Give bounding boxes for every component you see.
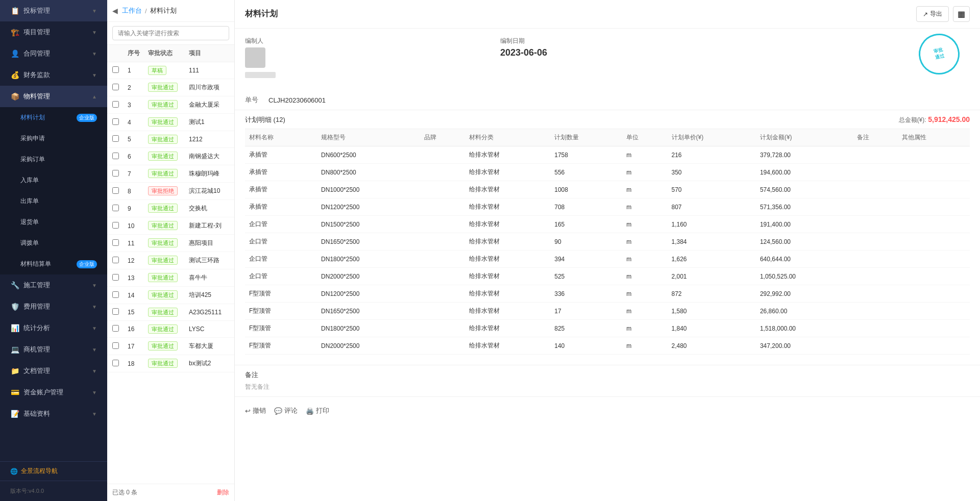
list-item[interactable]: 11 审批通过 惠阳项目 — [107, 235, 234, 252]
list-item[interactable]: 8 审批拒绝 滨江花城10 — [107, 183, 234, 200]
chevron-icon: ▼ — [92, 8, 97, 14]
list-item[interactable]: 16 审批通过 LYSC — [107, 321, 234, 338]
list-item[interactable]: 12 审批通过 测试三环路 — [107, 252, 234, 269]
list-item[interactable]: 3 审批通过 金融大厦采 — [107, 96, 234, 114]
print-button[interactable]: 🖨️ 打印 — [306, 404, 329, 417]
row-checkbox[interactable] — [112, 66, 119, 73]
sidebar-item-transfer[interactable]: 调拨单 — [0, 233, 107, 254]
row-status: 草稿 — [148, 67, 189, 74]
detail-cell — [853, 337, 898, 355]
qr-button[interactable]: ▦ — [953, 6, 970, 22]
sidebar-item-finance[interactable]: 💰 财务监款 ▼ — [0, 64, 107, 86]
detail-cell — [420, 164, 465, 181]
detail-cell — [420, 198, 465, 216]
project-icon: 🏗️ — [10, 28, 19, 36]
list-item[interactable]: 6 审批通过 南钢盛达大 — [107, 148, 234, 165]
detail-cell: 336 — [550, 285, 622, 303]
detail-row: 承插管DN600*2500给排水管材1758m216379,728.00 — [245, 146, 970, 164]
row-checkbox[interactable] — [112, 222, 119, 229]
row-checkbox[interactable] — [112, 205, 119, 211]
list-item[interactable]: 10 审批通过 新建工程-刘 — [107, 217, 234, 235]
sidebar-item-stats[interactable]: 📊 统计分析 ▼ — [0, 317, 107, 339]
sidebar-item-inbound[interactable]: 入库单 — [0, 170, 107, 191]
sidebar-item-material[interactable]: 📦 物料管理 ▲ — [0, 86, 107, 107]
row-checkbox[interactable] — [112, 101, 119, 108]
detail-cell: 525 — [550, 268, 622, 285]
detail-cell: 350 — [668, 164, 756, 181]
sidebar-item-material-plan[interactable]: 材料计划 企业版 — [0, 107, 107, 128]
collapse-button[interactable]: ◀ — [112, 7, 118, 15]
comment-label: 评论 — [284, 406, 298, 415]
detail-cell: 1,050,525.00 — [756, 268, 853, 285]
sidebar-item-expense[interactable]: 🛡️ 费用管理 ▼ — [0, 296, 107, 317]
row-project: 车都大厦 — [189, 342, 229, 350]
list-item[interactable]: 1 草稿 111 — [107, 62, 234, 79]
detail-cell: 给排水管材 — [465, 320, 551, 337]
row-checkbox[interactable] — [112, 291, 119, 298]
row-id: 9 — [128, 205, 148, 212]
search-input[interactable] — [112, 26, 229, 40]
breadcrumb-workbench[interactable]: 工作台 — [122, 6, 142, 15]
row-checkbox[interactable] — [112, 118, 119, 125]
row-project: A23G25111 — [189, 309, 229, 316]
sidebar-item-purchase-apply[interactable]: 采购申请 — [0, 128, 107, 149]
list-item[interactable]: 15 审批通过 A23G25111 — [107, 304, 234, 321]
detail-cell: F型顶管 — [245, 320, 317, 337]
detail-row: 承插管DN800*2500给排水管材556m350194,600.00 — [245, 164, 970, 181]
detail-cell: DN1500*2500 — [317, 216, 420, 233]
row-checkbox[interactable] — [112, 84, 119, 90]
row-checkbox[interactable] — [112, 342, 119, 349]
sidebar-item-purchase-order[interactable]: 采购订单 — [0, 149, 107, 170]
detail-cell — [898, 285, 970, 303]
sidebar-item-docs[interactable]: 📁 文档管理 ▼ — [0, 360, 107, 382]
sidebar-item-account[interactable]: 💳 资金账户管理 ▼ — [0, 382, 107, 403]
detail-cell — [420, 320, 465, 337]
list-item[interactable]: 18 审批通过 bx测试2 — [107, 355, 234, 372]
row-checkbox[interactable] — [112, 187, 119, 194]
list-item[interactable]: 2 审批通过 四川市政项 — [107, 79, 234, 96]
sidebar-item-contract[interactable]: 👤 合同管理 ▼ — [0, 43, 107, 64]
list-item[interactable]: 9 审批通过 交换机 — [107, 200, 234, 217]
list-item[interactable]: 7 审批通过 珠穆朗玛峰 — [107, 165, 234, 183]
sidebar-item-computer[interactable]: 💻 商机管理 ▼ — [0, 339, 107, 360]
row-checkbox[interactable] — [112, 325, 119, 332]
sidebar: 📋 投标管理 ▼ 🏗️ 项目管理 ▼ 👤 合同管理 ▼ 💰 财务监款 ▼ 📦 物… — [0, 0, 107, 501]
row-checkbox[interactable] — [112, 239, 119, 246]
comment-button[interactable]: 💬 评论 — [274, 404, 298, 417]
revoke-button[interactable]: ↩ 撤销 — [245, 404, 266, 417]
export-button[interactable]: ↗ 导出 — [916, 6, 949, 22]
detail-cell: 给排水管材 — [465, 233, 551, 251]
list-item[interactable]: 5 审批通过 1212 — [107, 131, 234, 148]
sidebar-item-bidding[interactable]: 📋 投标管理 ▼ — [0, 0, 107, 21]
row-checkbox[interactable] — [112, 153, 119, 159]
sidebar-item-label: 项目管理 — [23, 28, 88, 37]
delete-button[interactable]: 删除 — [217, 488, 229, 497]
row-checkbox[interactable] — [112, 170, 119, 177]
detail-table: 材料名称规格型号品牌材料分类计划数量单位计划单价(¥)计划金额(¥)备注其他属性… — [245, 129, 970, 355]
list-item[interactable]: 17 审批通过 车都大厦 — [107, 338, 234, 355]
list-item[interactable]: 14 审批通过 培训425 — [107, 287, 234, 304]
row-checkbox[interactable] — [112, 274, 119, 281]
col-project: 项目 — [189, 49, 229, 58]
sidebar-item-return[interactable]: 退货单 — [0, 212, 107, 233]
detail-row: F型顶管DN1200*2500给排水管材336m872292,992.00 — [245, 285, 970, 303]
sidebar-item-material-settle[interactable]: 材料结算单 企业版 — [0, 254, 107, 274]
row-checkbox[interactable] — [112, 308, 119, 315]
list-item[interactable]: 13 审批通过 喜牛牛 — [107, 269, 234, 287]
list-item[interactable]: 4 审批通过 测试1 — [107, 114, 234, 131]
nav-footer[interactable]: 🌐 全景流程导航 — [0, 461, 107, 481]
detail-cell — [420, 268, 465, 285]
sidebar-item-project[interactable]: 🏗️ 项目管理 ▼ — [0, 21, 107, 43]
row-checkbox[interactable] — [112, 135, 119, 142]
sidebar-item-construction[interactable]: 🔧 施工管理 ▼ — [0, 274, 107, 296]
detail-col-header: 单位 — [622, 129, 667, 146]
detail-cell — [420, 216, 465, 233]
detail-cell: 2,480 — [668, 337, 756, 355]
sidebar-item-outbound[interactable]: 出库单 — [0, 191, 107, 212]
detail-cell: F型顶管 — [245, 285, 317, 303]
row-checkbox[interactable] — [112, 257, 119, 263]
row-checkbox[interactable] — [112, 360, 119, 366]
detail-col-header: 品牌 — [420, 129, 465, 146]
sidebar-item-basic[interactable]: 📝 基础资料 ▼ — [0, 403, 107, 424]
row-project: 测试1 — [189, 118, 229, 127]
